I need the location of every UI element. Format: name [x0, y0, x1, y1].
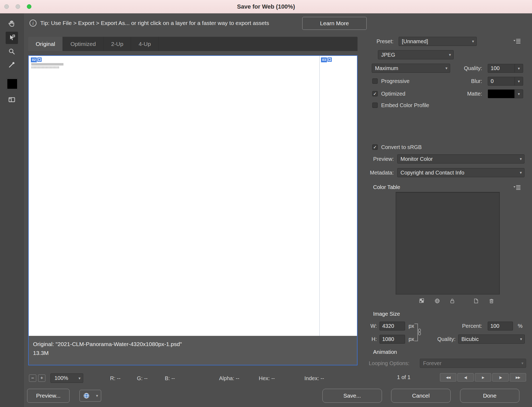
play-button[interactable]: ▶	[475, 373, 491, 381]
resample-quality-select[interactable]: Bicubic	[458, 335, 525, 344]
matte-label: Matte:	[457, 89, 482, 98]
playback-controls: ◀◀ ◀| ▶ |▶ ▶▶	[440, 373, 526, 381]
slice-03-label[interactable]: 03	[321, 57, 332, 62]
slice-badge-icon	[37, 57, 42, 62]
quality-field[interactable]: 100	[488, 64, 523, 73]
preset-value: [Unnamed]	[399, 38, 428, 45]
slice-02-label[interactable]: 02	[31, 57, 42, 62]
zoom-level-select[interactable]: 100%	[50, 373, 83, 383]
web-shift-button[interactable]	[434, 297, 441, 306]
slice-select-icon	[8, 34, 16, 42]
first-frame-button[interactable]: ◀◀	[440, 373, 456, 381]
blur-label: Blur:	[457, 77, 482, 86]
compression-select[interactable]: Maximum	[372, 64, 450, 73]
image-size-title: Image Size	[373, 311, 400, 317]
checkerboard-icon	[418, 297, 425, 304]
metadata-label: Metadata:	[368, 168, 394, 177]
animation-title: Animation	[373, 349, 397, 355]
slice-02-number: 02	[31, 57, 37, 62]
optimized-checkbox[interactable]: ✓	[372, 91, 378, 96]
progressive-checkbox[interactable]	[372, 78, 378, 84]
color-table-swatches	[396, 192, 500, 295]
embed-profile-checkbox[interactable]	[372, 103, 378, 108]
zoom-in-button[interactable]	[38, 375, 45, 382]
chevron-down-icon	[449, 52, 453, 57]
color-table-menu-icon[interactable]	[513, 185, 521, 190]
tab-original[interactable]: Original	[28, 37, 63, 51]
percent-label: Percent:	[458, 321, 482, 330]
chevron-down-icon	[472, 39, 476, 44]
slice-boundary-line	[319, 56, 320, 336]
height-input[interactable]: 1080	[380, 335, 405, 344]
readout-green: G: --	[137, 375, 148, 381]
panel-menu-icon[interactable]	[513, 38, 521, 44]
looping-options-select[interactable]: Forever	[420, 359, 526, 368]
lock-color-button[interactable]	[449, 297, 456, 306]
matte-field[interactable]	[488, 89, 523, 98]
tab-optimized[interactable]: Optimized	[63, 37, 104, 51]
chevron-down-icon	[520, 337, 524, 341]
matte-color-swatch[interactable]	[488, 90, 515, 98]
tab-2up[interactable]: 2-Up	[104, 37, 131, 51]
chevron-down-icon	[515, 90, 523, 98]
zoom-out-button[interactable]	[29, 375, 36, 382]
width-unit: px	[409, 321, 414, 330]
format-select[interactable]: JPEG	[378, 50, 454, 59]
magnifier-icon	[8, 48, 16, 56]
delete-color-button[interactable]	[488, 297, 495, 306]
trash-icon	[488, 297, 495, 304]
zoom-level-value: 100%	[51, 375, 68, 381]
eyedropper-icon	[8, 61, 16, 69]
maximize-button[interactable]	[27, 4, 31, 9]
learn-more-button[interactable]: Learn More	[302, 17, 367, 30]
readout-red: R: --	[110, 375, 121, 381]
browser-select-dropdown[interactable]	[93, 390, 101, 402]
slice-select-tool[interactable]	[6, 32, 18, 44]
original-filename: Original: "2021-CLM-Panorama-Water-4320x…	[33, 340, 357, 348]
canvas-artifact-row1	[31, 63, 64, 66]
metadata-value: Copyright and Contact Info	[398, 170, 464, 176]
transparency-snap-button[interactable]	[418, 297, 425, 306]
preview-mode-select[interactable]: Monitor Color	[397, 154, 524, 163]
resample-quality-value: Bicubic	[458, 336, 479, 342]
frame-indicator: 1 of 1	[388, 374, 420, 380]
resample-quality-label: Quality:	[433, 335, 456, 344]
new-color-button[interactable]	[473, 297, 480, 306]
chevron-down-icon	[521, 361, 526, 366]
browser-select-button[interactable]	[79, 390, 93, 402]
blur-field[interactable]: 0	[488, 77, 523, 86]
metadata-select[interactable]: Copyright and Contact Info	[397, 168, 524, 177]
quality-label: Quality:	[457, 64, 482, 73]
eyedropper-tool[interactable]	[6, 59, 18, 71]
preview-in-browser-button[interactable]: Preview...	[27, 389, 70, 403]
foreground-color-swatch[interactable]	[7, 79, 17, 89]
chevron-down-icon	[520, 170, 524, 175]
preset-select[interactable]: [Unnamed]	[399, 37, 477, 46]
tab-4up[interactable]: 4-Up	[131, 37, 159, 51]
hand-tool[interactable]	[6, 18, 18, 30]
preview-pane: 02 03 Original: "2021-CLM-Panorama-Water…	[28, 55, 358, 365]
preview-mode-label: Preview:	[369, 154, 394, 163]
view-tabs: Original Optimized 2-Up 4-Up	[28, 37, 358, 51]
previous-frame-button[interactable]: ◀|	[457, 373, 474, 381]
chevron-down-icon	[520, 157, 524, 161]
tip-text: Tip: Use File > Export > Export As... or…	[40, 20, 269, 26]
status-bar: 100% R: -- G: -- B: -- Alpha: -- Hex: --…	[0, 372, 360, 385]
document-canvas[interactable]: 02 03	[29, 56, 357, 336]
progressive-label: Progressive	[381, 77, 410, 86]
close-button[interactable]	[4, 4, 9, 9]
width-input[interactable]: 4320	[380, 322, 405, 330]
window-title: Save for Web (100%)	[237, 3, 295, 10]
height-label: H:	[369, 335, 377, 344]
next-frame-button[interactable]: |▶	[492, 373, 509, 381]
chevron-down-icon	[515, 77, 523, 85]
last-frame-button[interactable]: ▶▶	[510, 373, 526, 381]
link-chain-icon[interactable]	[417, 328, 422, 336]
zoom-tool[interactable]	[6, 45, 18, 58]
convert-srgb-checkbox[interactable]: ✓	[372, 144, 378, 150]
slice-03-number: 03	[321, 57, 327, 62]
minimize-button[interactable]	[16, 4, 20, 9]
percent-input[interactable]: 100	[488, 322, 513, 330]
canvas-artifact-row2	[31, 66, 59, 68]
toggle-slices-button[interactable]	[6, 93, 18, 106]
